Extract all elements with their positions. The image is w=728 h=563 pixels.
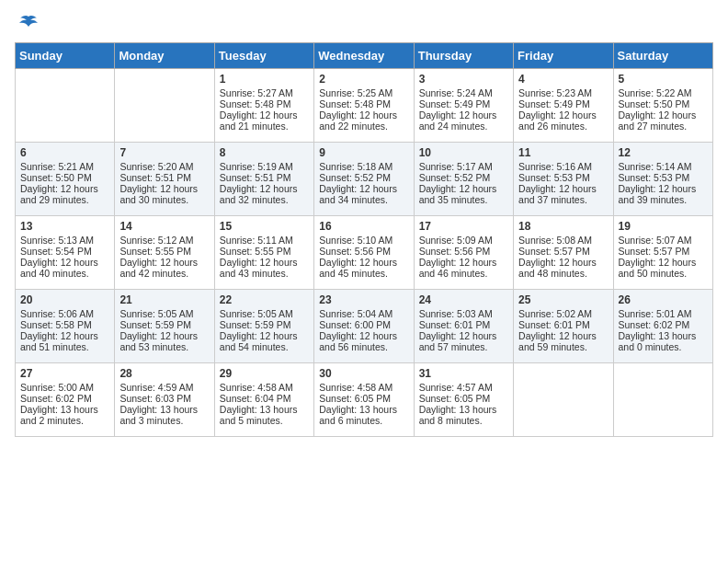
- sunset-text: Sunset: 5:50 PM: [619, 98, 708, 109]
- sunrise-text: Sunrise: 5:14 AM: [619, 161, 708, 172]
- day-number: 15: [220, 220, 309, 233]
- day-number: 18: [518, 220, 608, 233]
- sunrise-text: Sunrise: 5:12 AM: [119, 235, 209, 246]
- calendar-cell: 31Sunrise: 4:57 AMSunset: 6:05 PMDayligh…: [414, 363, 513, 437]
- calendar-cell: [16, 69, 115, 143]
- calendar-cell: 14Sunrise: 5:12 AMSunset: 5:55 PMDayligh…: [115, 216, 214, 290]
- sunset-text: Sunset: 5:53 PM: [619, 172, 708, 183]
- sunset-text: Sunset: 5:52 PM: [319, 172, 408, 183]
- day-number: 29: [220, 367, 309, 380]
- sunset-text: Sunset: 6:05 PM: [419, 393, 508, 404]
- sunset-text: Sunset: 5:52 PM: [419, 172, 508, 183]
- daylight-text: Daylight: 12 hours and 57 minutes.: [419, 330, 508, 352]
- sunset-text: Sunset: 5:56 PM: [419, 246, 508, 257]
- calendar-cell: 22Sunrise: 5:05 AMSunset: 5:59 PMDayligh…: [214, 290, 313, 363]
- day-number: 30: [319, 367, 408, 380]
- sunrise-text: Sunrise: 5:23 AM: [518, 87, 608, 98]
- sunset-text: Sunset: 6:00 PM: [319, 319, 408, 330]
- sunset-text: Sunset: 6:05 PM: [319, 393, 408, 404]
- daylight-text: Daylight: 13 hours and 6 minutes.: [319, 404, 408, 426]
- sunrise-text: Sunrise: 5:27 AM: [220, 87, 309, 98]
- sunset-text: Sunset: 6:01 PM: [518, 319, 608, 330]
- sunrise-text: Sunrise: 5:22 AM: [619, 87, 708, 98]
- day-header-thursday: Thursday: [414, 43, 513, 69]
- calendar-cell: 9Sunrise: 5:18 AMSunset: 5:52 PMDaylight…: [314, 143, 414, 216]
- daylight-text: Daylight: 12 hours and 35 minutes.: [419, 183, 508, 205]
- calendar-cell: 18Sunrise: 5:08 AMSunset: 5:57 PMDayligh…: [514, 216, 613, 290]
- day-number: 1: [220, 73, 309, 86]
- day-number: 26: [619, 293, 708, 306]
- daylight-text: Daylight: 12 hours and 22 minutes.: [319, 109, 408, 132]
- daylight-text: Daylight: 12 hours and 32 minutes.: [220, 183, 309, 205]
- calendar-cell: 26Sunrise: 5:01 AMSunset: 6:02 PMDayligh…: [613, 290, 712, 363]
- sunrise-text: Sunrise: 5:07 AM: [619, 235, 708, 246]
- logo: [15, 15, 40, 31]
- sunset-text: Sunset: 5:55 PM: [119, 246, 209, 257]
- sunrise-text: Sunrise: 5:17 AM: [419, 161, 508, 172]
- sunset-text: Sunset: 5:57 PM: [619, 246, 708, 257]
- daylight-text: Daylight: 12 hours and 29 minutes.: [20, 183, 109, 205]
- day-number: 19: [619, 220, 708, 233]
- sunrise-text: Sunrise: 5:24 AM: [419, 87, 508, 98]
- calendar-cell: 5Sunrise: 5:22 AMSunset: 5:50 PMDaylight…: [613, 69, 712, 143]
- day-number: 6: [20, 146, 109, 159]
- sunrise-text: Sunrise: 5:08 AM: [518, 235, 608, 246]
- sunrise-text: Sunrise: 5:06 AM: [20, 308, 109, 319]
- sunset-text: Sunset: 5:48 PM: [220, 98, 309, 109]
- sunset-text: Sunset: 6:03 PM: [119, 393, 209, 404]
- daylight-text: Daylight: 12 hours and 27 minutes.: [619, 109, 708, 132]
- sunrise-text: Sunrise: 5:16 AM: [518, 161, 608, 172]
- sunset-text: Sunset: 5:49 PM: [419, 98, 508, 109]
- daylight-text: Daylight: 12 hours and 42 minutes.: [119, 257, 209, 279]
- sunrise-text: Sunrise: 5:13 AM: [20, 235, 109, 246]
- daylight-text: Daylight: 13 hours and 2 minutes.: [20, 404, 109, 426]
- calendar-cell: 19Sunrise: 5:07 AMSunset: 5:57 PMDayligh…: [613, 216, 712, 290]
- day-number: 21: [119, 293, 209, 306]
- daylight-text: Daylight: 12 hours and 24 minutes.: [419, 109, 508, 132]
- calendar-cell: 24Sunrise: 5:03 AMSunset: 6:01 PMDayligh…: [414, 290, 513, 363]
- daylight-text: Daylight: 12 hours and 59 minutes.: [518, 330, 608, 352]
- day-number: 8: [220, 146, 309, 159]
- daylight-text: Daylight: 12 hours and 39 minutes.: [619, 183, 708, 205]
- daylight-text: Daylight: 12 hours and 50 minutes.: [619, 257, 708, 279]
- sunrise-text: Sunrise: 5:00 AM: [20, 382, 109, 393]
- sunrise-text: Sunrise: 5:25 AM: [319, 87, 408, 98]
- sunset-text: Sunset: 5:51 PM: [119, 172, 209, 183]
- sunrise-text: Sunrise: 4:57 AM: [419, 382, 508, 393]
- calendar-cell: 16Sunrise: 5:10 AMSunset: 5:56 PMDayligh…: [314, 216, 414, 290]
- day-number: 28: [119, 367, 209, 380]
- day-number: 31: [419, 367, 508, 380]
- day-number: 25: [518, 293, 608, 306]
- daylight-text: Daylight: 12 hours and 45 minutes.: [319, 257, 408, 279]
- sunrise-text: Sunrise: 5:10 AM: [319, 235, 408, 246]
- calendar-cell: 25Sunrise: 5:02 AMSunset: 6:01 PMDayligh…: [514, 290, 613, 363]
- calendar-cell: 11Sunrise: 5:16 AMSunset: 5:53 PMDayligh…: [514, 143, 613, 216]
- calendar-cell: 6Sunrise: 5:21 AMSunset: 5:50 PMDaylight…: [16, 143, 115, 216]
- calendar-cell: 1Sunrise: 5:27 AMSunset: 5:48 PMDaylight…: [214, 69, 313, 143]
- sunrise-text: Sunrise: 4:58 AM: [220, 382, 309, 393]
- calendar-cell: 15Sunrise: 5:11 AMSunset: 5:55 PMDayligh…: [214, 216, 313, 290]
- sunrise-text: Sunrise: 5:05 AM: [220, 308, 309, 319]
- day-number: 7: [119, 146, 209, 159]
- sunset-text: Sunset: 5:55 PM: [220, 246, 309, 257]
- calendar-cell: 17Sunrise: 5:09 AMSunset: 5:56 PMDayligh…: [414, 216, 513, 290]
- daylight-text: Daylight: 12 hours and 46 minutes.: [419, 257, 508, 279]
- sunset-text: Sunset: 6:02 PM: [619, 319, 708, 330]
- sunset-text: Sunset: 6:04 PM: [220, 393, 309, 404]
- calendar-cell: 2Sunrise: 5:25 AMSunset: 5:48 PMDaylight…: [314, 69, 414, 143]
- sunset-text: Sunset: 5:48 PM: [319, 98, 408, 109]
- day-number: 23: [319, 293, 408, 306]
- sunset-text: Sunset: 5:59 PM: [119, 319, 209, 330]
- day-number: 5: [619, 73, 708, 86]
- sunset-text: Sunset: 5:54 PM: [20, 246, 109, 257]
- calendar-cell: 30Sunrise: 4:58 AMSunset: 6:05 PMDayligh…: [314, 363, 414, 437]
- calendar-table: SundayMondayTuesdayWednesdayThursdayFrid…: [15, 42, 713, 437]
- daylight-text: Daylight: 13 hours and 5 minutes.: [220, 404, 309, 426]
- daylight-text: Daylight: 12 hours and 51 minutes.: [20, 330, 109, 352]
- sunset-text: Sunset: 6:01 PM: [419, 319, 508, 330]
- day-number: 14: [119, 220, 209, 233]
- page-header: [15, 15, 713, 31]
- day-number: 16: [319, 220, 408, 233]
- calendar-cell: 27Sunrise: 5:00 AMSunset: 6:02 PMDayligh…: [16, 363, 115, 437]
- sunset-text: Sunset: 6:02 PM: [20, 393, 109, 404]
